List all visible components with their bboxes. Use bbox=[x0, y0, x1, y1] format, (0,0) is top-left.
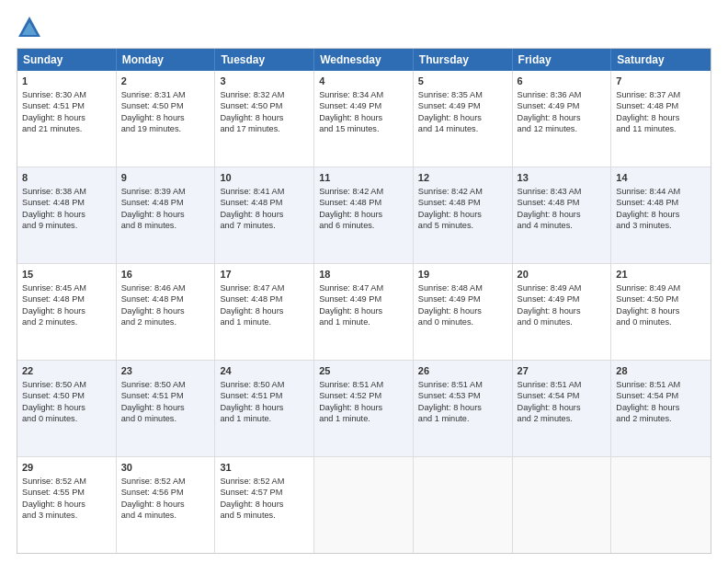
day-info-line: and 2 minutes. bbox=[616, 413, 706, 424]
day-info-line: and 0 minutes. bbox=[518, 316, 607, 327]
cal-cell-22: 22Sunrise: 8:50 AMSunset: 4:50 PMDayligh… bbox=[17, 361, 117, 456]
day-info-line: Daylight: 8 hours bbox=[319, 112, 408, 123]
day-info-line: Sunset: 4:51 PM bbox=[220, 390, 309, 401]
day-info-line: Sunrise: 8:43 AM bbox=[518, 186, 607, 197]
day-number: 8 bbox=[22, 171, 111, 185]
day-number: 1 bbox=[22, 75, 111, 88]
day-info-line: Daylight: 8 hours bbox=[616, 209, 706, 220]
day-info-line: Sunrise: 8:44 AM bbox=[616, 186, 706, 197]
day-info-line: Daylight: 8 hours bbox=[518, 305, 607, 316]
day-info-line: and 5 minutes. bbox=[418, 220, 507, 231]
day-info-line: and 7 minutes. bbox=[220, 220, 309, 231]
day-info-line: Daylight: 8 hours bbox=[418, 209, 507, 220]
day-info-line: Sunset: 4:57 PM bbox=[220, 487, 309, 498]
day-info-line: Sunrise: 8:50 AM bbox=[220, 379, 309, 390]
cal-cell-4: 4Sunrise: 8:34 AMSunset: 4:49 PMDaylight… bbox=[314, 71, 414, 167]
day-info-line: Sunrise: 8:30 AM bbox=[22, 89, 111, 100]
day-info-line: Sunrise: 8:52 AM bbox=[121, 476, 210, 487]
cal-cell-19: 19Sunrise: 8:48 AMSunset: 4:49 PMDayligh… bbox=[414, 264, 513, 360]
day-info-line: and 2 minutes. bbox=[22, 316, 111, 327]
calendar-row-1: 1Sunrise: 8:30 AMSunset: 4:51 PMDaylight… bbox=[17, 71, 711, 167]
calendar-row-2: 8Sunrise: 8:38 AMSunset: 4:48 PMDaylight… bbox=[17, 167, 711, 264]
day-number: 24 bbox=[220, 364, 309, 378]
day-info-line: Sunrise: 8:38 AM bbox=[22, 186, 111, 197]
day-number: 21 bbox=[616, 268, 706, 282]
day-info-line: Sunset: 4:48 PM bbox=[121, 197, 210, 208]
day-info-line: and 21 minutes. bbox=[22, 123, 111, 134]
day-info-line: Daylight: 8 hours bbox=[121, 499, 210, 510]
header bbox=[17, 15, 711, 40]
cal-cell-2: 2Sunrise: 8:31 AMSunset: 4:50 PMDaylight… bbox=[117, 71, 216, 167]
day-info-line: Sunset: 4:51 PM bbox=[121, 390, 210, 401]
cal-cell-1: 1Sunrise: 8:30 AMSunset: 4:51 PMDaylight… bbox=[17, 71, 117, 167]
cal-cell-24: 24Sunrise: 8:50 AMSunset: 4:51 PMDayligh… bbox=[215, 361, 314, 456]
day-info-line: Daylight: 8 hours bbox=[319, 209, 408, 220]
day-info-line: Sunrise: 8:50 AM bbox=[22, 379, 111, 390]
cal-cell-26: 26Sunrise: 8:51 AMSunset: 4:53 PMDayligh… bbox=[414, 361, 513, 456]
day-info-line: Daylight: 8 hours bbox=[22, 305, 111, 316]
day-info-line: and 1 minute. bbox=[220, 316, 309, 327]
day-info-line: Sunset: 4:48 PM bbox=[22, 197, 111, 208]
day-info-line: Sunrise: 8:37 AM bbox=[616, 89, 706, 100]
cal-cell-25: 25Sunrise: 8:51 AMSunset: 4:52 PMDayligh… bbox=[314, 361, 414, 456]
day-number: 31 bbox=[220, 461, 309, 475]
day-info-line: Sunrise: 8:45 AM bbox=[22, 282, 111, 293]
cal-cell-empty-5 bbox=[513, 457, 612, 553]
day-info-line: and 19 minutes. bbox=[121, 123, 210, 134]
cal-header-monday: Monday bbox=[117, 49, 216, 71]
day-info-line: and 2 minutes. bbox=[121, 316, 210, 327]
day-info-line: Daylight: 8 hours bbox=[220, 305, 309, 316]
day-number: 28 bbox=[616, 364, 706, 378]
day-info-line: Sunset: 4:48 PM bbox=[518, 197, 607, 208]
day-info-line: Daylight: 8 hours bbox=[418, 402, 507, 413]
day-info-line: Sunrise: 8:39 AM bbox=[121, 186, 210, 197]
logo bbox=[17, 15, 46, 40]
calendar-body: 1Sunrise: 8:30 AMSunset: 4:51 PMDaylight… bbox=[17, 71, 711, 553]
day-info-line: Sunset: 4:54 PM bbox=[518, 390, 607, 401]
generalblue-logo-icon bbox=[17, 15, 42, 40]
cal-cell-21: 21Sunrise: 8:49 AMSunset: 4:50 PMDayligh… bbox=[611, 264, 711, 360]
day-info-line: Sunrise: 8:46 AM bbox=[121, 282, 210, 293]
day-info-line: Sunset: 4:48 PM bbox=[418, 197, 507, 208]
day-info-line: Sunset: 4:50 PM bbox=[220, 100, 309, 111]
day-info-line: and 4 minutes. bbox=[121, 510, 210, 521]
page: SundayMondayTuesdayWednesdayThursdayFrid… bbox=[0, 0, 728, 563]
day-info-line: Sunset: 4:48 PM bbox=[319, 197, 408, 208]
day-info-line: Sunset: 4:49 PM bbox=[418, 293, 507, 304]
day-info-line: Daylight: 8 hours bbox=[418, 112, 507, 123]
day-number: 14 bbox=[616, 171, 706, 185]
cal-cell-27: 27Sunrise: 8:51 AMSunset: 4:54 PMDayligh… bbox=[513, 361, 612, 456]
day-info-line: Sunrise: 8:49 AM bbox=[616, 282, 706, 293]
day-info-line: Sunset: 4:48 PM bbox=[616, 100, 706, 111]
day-info-line: Daylight: 8 hours bbox=[22, 402, 111, 413]
day-info-line: Sunset: 4:56 PM bbox=[121, 487, 210, 498]
day-info-line: Sunset: 4:54 PM bbox=[616, 390, 706, 401]
day-info-line: Daylight: 8 hours bbox=[518, 402, 607, 413]
day-info-line: Daylight: 8 hours bbox=[121, 305, 210, 316]
day-info-line: and 1 minute. bbox=[220, 413, 309, 424]
day-info-line: Sunrise: 8:31 AM bbox=[121, 89, 210, 100]
day-number: 26 bbox=[418, 364, 507, 378]
day-info-line: Daylight: 8 hours bbox=[518, 209, 607, 220]
day-info-line: Sunset: 4:48 PM bbox=[121, 293, 210, 304]
calendar-header-row: SundayMondayTuesdayWednesdayThursdayFrid… bbox=[17, 49, 711, 71]
day-info-line: and 5 minutes. bbox=[220, 510, 309, 521]
day-info-line: Daylight: 8 hours bbox=[22, 499, 111, 510]
day-info-line: and 15 minutes. bbox=[319, 123, 408, 134]
day-info-line: Sunset: 4:48 PM bbox=[220, 197, 309, 208]
day-number: 19 bbox=[418, 268, 507, 282]
day-info-line: Sunset: 4:49 PM bbox=[518, 100, 607, 111]
day-info-line: Daylight: 8 hours bbox=[418, 305, 507, 316]
day-number: 4 bbox=[319, 75, 408, 88]
day-info-line: Sunset: 4:53 PM bbox=[418, 390, 507, 401]
day-info-line: Daylight: 8 hours bbox=[220, 402, 309, 413]
day-number: 15 bbox=[22, 268, 111, 282]
day-info-line: Sunset: 4:55 PM bbox=[22, 487, 111, 498]
day-number: 2 bbox=[121, 75, 210, 88]
day-number: 30 bbox=[121, 461, 210, 475]
day-info-line: Daylight: 8 hours bbox=[121, 402, 210, 413]
day-info-line: Daylight: 8 hours bbox=[616, 305, 706, 316]
cal-header-saturday: Saturday bbox=[611, 49, 711, 71]
day-number: 23 bbox=[121, 364, 210, 378]
day-info-line: and 1 minute. bbox=[319, 413, 408, 424]
